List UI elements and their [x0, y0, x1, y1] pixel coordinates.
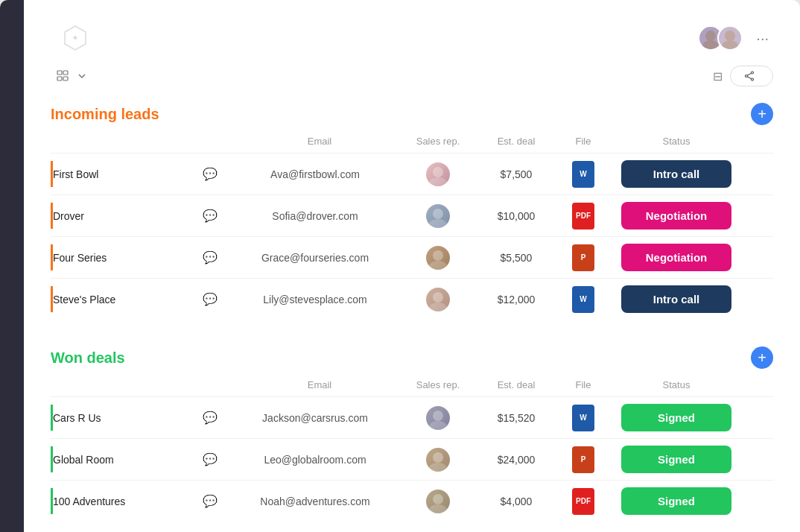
avatar-2 [717, 25, 743, 51]
sidebar [0, 0, 24, 532]
svg-point-22 [429, 303, 447, 311]
status-button[interactable]: Signed [621, 446, 731, 473]
status-cell: Signed [609, 481, 743, 521]
col-header-3: Est. deal [475, 133, 557, 150]
table-won: EmailSales rep.Est. dealFileStatusCars R… [51, 376, 773, 522]
file-cell[interactable]: PDF [557, 197, 609, 235]
add-row-button-won[interactable]: + [751, 346, 773, 369]
chevron-down-icon [77, 72, 86, 80]
svg-point-20 [429, 261, 447, 270]
col-header-5: Status [609, 133, 743, 150]
col-header-0 [60, 376, 238, 393]
table-view-button[interactable] [51, 67, 92, 85]
email-cell: Leo@globalroom.com [229, 448, 401, 472]
svg-text:✦: ✦ [72, 33, 79, 43]
file-badge: W [572, 161, 594, 188]
filter-icon[interactable]: ⊟ [713, 69, 723, 83]
deal-cell: $12,000 [475, 288, 557, 311]
table-incoming: EmailSales rep.Est. dealFileStatusFirst … [51, 133, 773, 320]
status-button[interactable]: Signed [621, 487, 731, 515]
add-row-button-incoming[interactable]: + [751, 103, 773, 125]
file-badge: P [572, 446, 594, 473]
row-name-cell[interactable]: Steve's Place💬 [51, 286, 229, 312]
col-header-2: Sales rep. [401, 376, 475, 393]
row-extra-cell [743, 252, 773, 264]
deal-cell: $5,500 [475, 246, 557, 270]
col-header-1: Email [238, 376, 401, 393]
table-icon [57, 70, 69, 82]
status-cell: Signed [609, 440, 743, 479]
share-button[interactable] [730, 66, 773, 86]
file-badge: PDF [572, 203, 594, 229]
file-cell[interactable]: PDF [557, 482, 609, 521]
table-row: Steve's Place💬Lily@stevesplace.com $12,0… [51, 278, 773, 320]
svg-point-18 [429, 219, 447, 228]
svg-rect-7 [63, 71, 68, 75]
more-options-button[interactable]: ··· [752, 25, 773, 51]
svg-point-23 [433, 411, 443, 421]
svg-point-12 [746, 75, 748, 77]
row-name: Global Room [53, 454, 114, 466]
status-button[interactable]: Signed [621, 404, 731, 431]
row-name-cell[interactable]: Four Series💬 [51, 244, 229, 270]
status-button[interactable]: Intro call [621, 160, 731, 188]
table-row: 100 Adventures💬Noah@adventures.com $4,00… [51, 480, 773, 522]
row-name: Four Series [53, 252, 107, 264]
svg-point-16 [429, 177, 447, 186]
section-title-won: Won deals [51, 349, 125, 367]
sales-rep-cell [401, 282, 475, 317]
file-cell[interactable]: P [557, 440, 609, 479]
status-cell: Signed [609, 398, 743, 437]
chat-icon: 💬 [203, 494, 218, 508]
status-button[interactable]: Intro call [621, 285, 731, 313]
sections-container: Incoming leads+EmailSales rep.Est. dealF… [51, 103, 773, 522]
row-name-cell[interactable]: Global Room💬 [51, 446, 229, 472]
col-header-2: Sales rep. [401, 133, 475, 150]
row-name: Steve's Place [53, 294, 115, 305]
status-button[interactable]: Negotiation [621, 244, 731, 271]
table-row: Global Room💬Leo@globalroom.com $24,000PS… [51, 438, 773, 480]
rep-avatar [426, 406, 450, 430]
chat-icon: 💬 [203, 167, 218, 181]
rep-avatar [426, 204, 450, 228]
file-cell[interactable]: P [557, 238, 609, 277]
sales-rep-cell [401, 442, 475, 478]
chat-icon: 💬 [203, 209, 218, 223]
row-name: Drover [53, 210, 84, 222]
file-cell[interactable]: W [557, 280, 609, 319]
file-cell[interactable]: W [557, 399, 609, 437]
table-row: Drover💬Sofia@drover.com $10,000PDFNegoti… [51, 194, 773, 236]
chat-icon: 💬 [203, 411, 218, 425]
email-cell: Noah@adventures.com [229, 490, 401, 513]
deal-cell: $15,520 [475, 406, 557, 430]
sales-rep-cell [401, 156, 475, 192]
svg-point-10 [752, 72, 754, 74]
email-cell: Grace@fourseries.com [229, 246, 401, 270]
svg-point-26 [429, 463, 447, 472]
row-name-cell[interactable]: First Bowl💬 [51, 161, 229, 187]
file-cell[interactable]: W [557, 155, 609, 194]
col-header-6 [743, 376, 773, 393]
col-header-6 [743, 133, 773, 150]
col-header-5: Status [609, 376, 743, 393]
table-row: Four Series💬Grace@fourseries.com $5,500P… [51, 236, 773, 278]
table-row: Cars R Us💬Jackson@carsrus.com $15,520WSi… [51, 396, 773, 438]
sales-rep-cell [401, 240, 475, 276]
svg-point-3 [702, 40, 719, 49]
row-name-cell[interactable]: 100 Adventures💬 [51, 488, 229, 514]
sales-rep-cell [401, 400, 475, 436]
email-cell: Sofia@drover.com [229, 204, 401, 228]
toolbar: ⊟ [51, 66, 773, 86]
svg-point-11 [752, 78, 754, 80]
row-name-cell[interactable]: Cars R Us💬 [51, 405, 229, 431]
row-name-cell[interactable]: Drover💬 [51, 203, 229, 229]
row-extra-cell [743, 210, 773, 222]
share-icon [744, 71, 755, 81]
status-button[interactable]: Negotiation [621, 202, 731, 229]
chat-icon: 💬 [203, 250, 218, 265]
section-won: Won deals+EmailSales rep.Est. dealFileSt… [51, 346, 773, 522]
deal-cell: $4,000 [475, 490, 557, 513]
deal-cell: $24,000 [475, 448, 557, 472]
avatar-group [698, 25, 743, 51]
svg-point-2 [705, 31, 716, 41]
